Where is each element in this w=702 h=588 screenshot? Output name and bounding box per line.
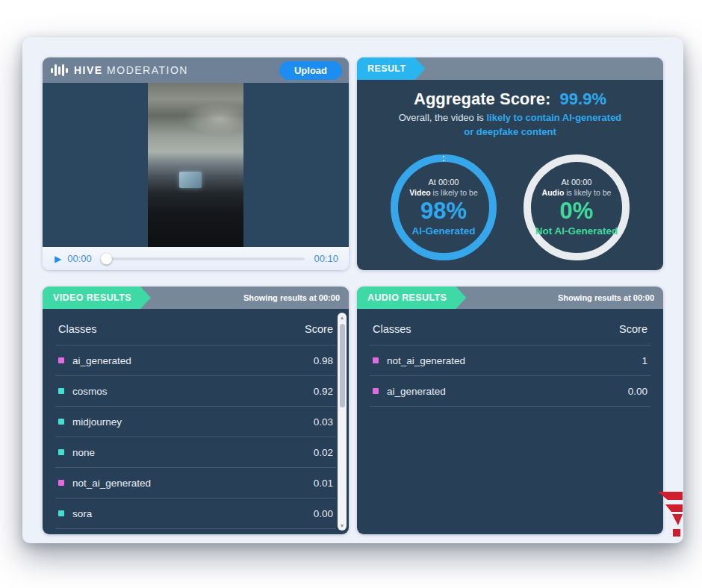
showing-results-label: Showing results at 00:00 xyxy=(243,293,349,302)
audio-gauge-ring: At 00:00 Audio is likely to be 0% Not AI… xyxy=(524,154,630,260)
video-thumbnail[interactable] xyxy=(148,83,243,247)
class-label: sora xyxy=(72,508,92,519)
duration: 00:10 xyxy=(314,253,338,264)
class-label: ai_generated xyxy=(387,386,446,397)
summary-highlight: likely to contain AI-generated or deepfa… xyxy=(464,112,621,137)
class-score: 0.03 xyxy=(314,416,333,428)
class-label: midjourney xyxy=(72,416,122,428)
table-header-row: Classes Score xyxy=(370,309,650,345)
scroll-up-icon[interactable]: ▲ xyxy=(340,315,345,320)
result-summary: Overall, the video is likely to contain … xyxy=(357,111,663,140)
video-viewport xyxy=(43,83,349,247)
video-player-panel: HIVE MODERATION Upload ▶ 00:00 00:10 xyxy=(43,57,349,270)
class-label: none xyxy=(72,447,95,458)
class-score: 0.00 xyxy=(628,386,647,397)
score-column-header: Score xyxy=(619,323,647,335)
audio-results-header: AUDIO RESULTS Showing results at 00:00 xyxy=(357,287,663,309)
table-row[interactable]: sora 0.00 xyxy=(55,498,336,529)
video-gauge: At 00:00 Video is likely to be 98% AI-Ge… xyxy=(391,154,497,270)
seek-knob[interactable] xyxy=(101,253,112,264)
audio-results-table: Classes Score not_ai_generated 1 ai_gen xyxy=(357,309,663,534)
brand-name-light: MODERATION xyxy=(107,64,188,76)
gauge-verdict: Not AI-Generated xyxy=(535,225,618,237)
gauge-verdict: AI-Generated xyxy=(412,225,476,237)
class-score: 0.92 xyxy=(314,386,333,397)
class-color-swatch xyxy=(58,449,64,455)
video-results-table: Classes Score ai_generated 0.98 cosmos xyxy=(43,309,349,534)
table-header-row: Classes Score xyxy=(55,309,336,345)
player-header: HIVE MODERATION Upload xyxy=(43,57,349,83)
aggregate-score-line: Aggregate Score: 99.9% xyxy=(357,90,663,109)
video-results-rows: ai_generated 0.98 cosmos 0.92 midjourney xyxy=(43,345,349,529)
play-icon[interactable]: ▶ xyxy=(53,254,67,263)
gauges-row: At 00:00 Video is likely to be 98% AI-Ge… xyxy=(357,154,663,270)
result-panel: RESULT Aggregate Score: 99.9% Overall, t… xyxy=(357,57,663,270)
classes-column-header: Classes xyxy=(58,323,97,335)
classes-column-header: Classes xyxy=(373,323,411,335)
class-label: not_ai_generated xyxy=(387,355,465,366)
audio-gauge: At 00:00 Audio is likely to be 0% Not AI… xyxy=(524,154,630,270)
table-row[interactable]: ai_generated 0.00 xyxy=(370,376,650,407)
gauge-subject-line: Video is likely to be xyxy=(409,188,477,197)
gauge-timestamp: At 00:00 xyxy=(429,178,459,187)
class-color-swatch xyxy=(58,388,64,394)
current-time: 00:00 xyxy=(67,253,92,264)
score-column-header: Score xyxy=(305,323,333,335)
audio-results-tag: AUDIO RESULTS xyxy=(357,287,466,309)
table-row[interactable]: not_ai_generated 0.01 xyxy=(55,468,336,498)
gauge-value: 0% xyxy=(560,198,594,225)
player-controls: ▶ 00:00 00:10 xyxy=(43,247,349,270)
aggregate-score-label: Aggregate Score: xyxy=(414,90,550,108)
gauge-subject-line: Audio is likely to be xyxy=(542,188,612,197)
summary-prefix: Overall, the video is xyxy=(399,112,484,123)
scrollbar-thumb[interactable] xyxy=(340,324,345,407)
class-score: 0.00 xyxy=(314,508,333,519)
dashboard-card: HIVE MODERATION Upload ▶ 00:00 00:10 RES… xyxy=(22,37,683,543)
class-color-swatch xyxy=(373,357,379,363)
table-row[interactable]: none 0.02 xyxy=(55,437,336,468)
class-color-swatch xyxy=(58,480,64,486)
table-row[interactable]: ai_generated 0.98 xyxy=(55,345,336,376)
fake-detector-logo-icon xyxy=(657,490,684,539)
hive-bars-icon xyxy=(51,63,68,77)
class-score: 0.01 xyxy=(314,478,333,489)
gauge-progress-marker xyxy=(443,156,444,161)
class-label: ai_generated xyxy=(72,355,131,366)
showing-results-label: Showing results at 00:00 xyxy=(558,293,663,302)
result-header: RESULT xyxy=(357,57,663,80)
aggregate-score-value: 99.9% xyxy=(560,90,606,108)
video-results-header: VIDEO RESULTS Showing results at 00:00 xyxy=(43,287,349,309)
result-body: Aggregate Score: 99.9% Overall, the vide… xyxy=(357,80,663,270)
class-color-swatch xyxy=(58,357,64,363)
brand-name-bold: HIVE xyxy=(74,64,103,76)
class-label: not_ai_generated xyxy=(72,478,151,489)
hive-moderation-brand: HIVE MODERATION xyxy=(51,63,188,77)
gauge-timestamp: At 00:00 xyxy=(562,178,592,187)
class-color-swatch xyxy=(58,510,64,516)
scrollbar[interactable]: ▲ ▼ xyxy=(338,313,347,531)
table-row[interactable]: midjourney 0.03 xyxy=(55,407,336,437)
audio-results-panel: AUDIO RESULTS Showing results at 00:00 C… xyxy=(357,287,663,534)
class-color-swatch xyxy=(58,419,64,425)
video-results-panel: VIDEO RESULTS Showing results at 00:00 C… xyxy=(43,287,349,534)
class-color-swatch xyxy=(373,388,379,394)
class-score: 0.98 xyxy=(314,355,333,366)
table-row[interactable]: not_ai_generated 1 xyxy=(370,345,650,376)
class-score: 0.02 xyxy=(314,447,333,458)
video-gauge-ring: At 00:00 Video is likely to be 98% AI-Ge… xyxy=(391,154,497,260)
result-tag: RESULT xyxy=(357,57,425,80)
video-results-tag: VIDEO RESULTS xyxy=(43,287,151,309)
gauge-value: 98% xyxy=(420,198,467,225)
seek-bar[interactable] xyxy=(101,257,305,260)
class-score: 1 xyxy=(642,355,647,366)
table-row[interactable]: cosmos 0.92 xyxy=(55,376,336,407)
upload-button[interactable]: Upload xyxy=(279,61,342,80)
scroll-down-icon[interactable]: ▼ xyxy=(340,523,345,528)
class-label: cosmos xyxy=(72,386,108,397)
audio-results-rows: not_ai_generated 1 ai_generated 0.00 xyxy=(357,345,663,407)
